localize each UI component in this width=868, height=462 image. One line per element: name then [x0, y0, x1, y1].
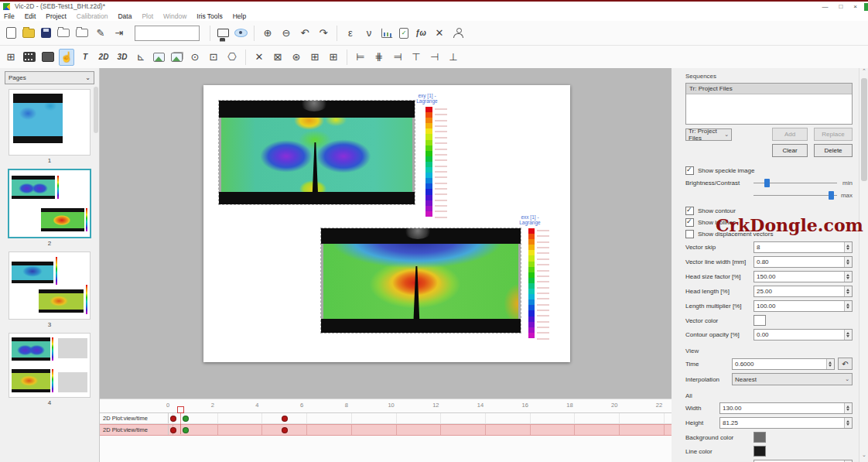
keyframe-dot[interactable]	[170, 416, 176, 422]
2d-plot-icon[interactable]: 2D	[96, 49, 111, 66]
menu-iris-tools[interactable]: Iris Tools	[196, 12, 222, 20]
edit-pen-icon[interactable]: ✎	[93, 25, 108, 42]
text-tool-icon[interactable]: T	[77, 49, 93, 66]
close-button[interactable]: ×	[853, 3, 857, 10]
grid-icon[interactable]: ⊞	[307, 49, 323, 66]
timeline-row-1[interactable]: 2D Plot:view/time	[100, 413, 672, 424]
vector-color-swatch[interactable]	[754, 315, 766, 326]
width-input[interactable]: 130.00	[719, 402, 853, 414]
show-speckle-checkbox[interactable]	[685, 166, 694, 175]
vector-line-width-input[interactable]: 0.80	[754, 256, 853, 268]
user-icon[interactable]	[452, 27, 464, 39]
show-contour-checkbox[interactable]	[685, 207, 694, 215]
timeline-track[interactable]	[169, 413, 672, 423]
background-color-swatch[interactable]	[754, 432, 766, 443]
save-icon[interactable]	[41, 28, 51, 38]
keyframe-dot[interactable]	[183, 416, 189, 422]
spinner-arrows-icon[interactable]	[844, 272, 852, 282]
images-icon[interactable]	[171, 53, 183, 62]
interpolation-dropdown[interactable]: Nearest ⌄	[732, 373, 853, 385]
zoom-out-icon[interactable]: ⊖	[279, 25, 294, 42]
fit-page-icon[interactable]: ⊛	[289, 49, 304, 66]
maximize-button[interactable]: □	[839, 3, 842, 10]
spinner-arrows-icon[interactable]	[844, 286, 852, 296]
length-multiplier-input[interactable]: 100.00	[754, 300, 853, 312]
spinner-arrows-icon[interactable]	[844, 418, 852, 428]
delete-icon[interactable]: ✕	[251, 49, 267, 66]
point-square-icon[interactable]: ⊡	[206, 49, 221, 66]
grid2-icon[interactable]: ⊞	[326, 49, 341, 66]
panel-scrollbar[interactable]: ⌃ ⌄	[859, 68, 868, 462]
chart-icon[interactable]	[381, 28, 393, 38]
pan-hand-icon[interactable]: ☝	[59, 49, 74, 66]
menu-calibration[interactable]: Calibration	[77, 12, 108, 20]
time-reset-button[interactable]: ↶	[838, 358, 853, 370]
contour-plot-exy[interactable]	[218, 100, 415, 205]
fit-width-icon[interactable]: ⊠	[270, 49, 285, 66]
redo-icon[interactable]: ↷	[316, 25, 331, 42]
keyframe-dot[interactable]	[282, 416, 288, 422]
timeline-ruler[interactable]: 0246810121416182022	[100, 399, 672, 413]
keyframe-dot[interactable]	[170, 427, 176, 433]
function-icon[interactable]: ƒω	[413, 25, 429, 42]
3d-plot-icon[interactable]: 3D	[114, 49, 130, 66]
align-middle-icon[interactable]: ⊣	[427, 49, 443, 66]
import-icon[interactable]: ⇥	[111, 25, 127, 42]
zoom-in-icon[interactable]: ⊕	[260, 25, 275, 42]
point-poly-icon[interactable]: ⎔	[224, 49, 240, 66]
page-thumbnail-2[interactable]	[8, 169, 91, 238]
clear-button[interactable]: Clear	[772, 144, 808, 157]
menu-data[interactable]: Data	[118, 12, 132, 20]
folder-icon[interactable]	[57, 29, 70, 37]
vector-skip-input[interactable]: 8	[754, 241, 853, 253]
menu-file[interactable]: File	[4, 12, 15, 20]
page-thumbnail-3[interactable]	[9, 252, 91, 320]
height-input[interactable]: 81.25	[719, 417, 853, 429]
align-center-icon[interactable]: ⋕	[371, 49, 387, 66]
menu-plot[interactable]: Plot	[142, 12, 153, 20]
open-folder-icon[interactable]	[22, 29, 35, 38]
spinner-arrows-icon[interactable]	[844, 257, 852, 267]
axes-icon[interactable]: ⊾	[133, 49, 149, 66]
new-file-icon[interactable]	[6, 27, 16, 39]
add-annotation-icon[interactable]: ⊞	[3, 49, 19, 66]
time-input[interactable]: 0.6000	[732, 358, 835, 370]
show-isolines-checkbox[interactable]	[685, 218, 694, 227]
spinner-arrows-icon[interactable]	[844, 301, 852, 311]
point-circle-icon[interactable]: ⊙	[187, 49, 203, 66]
align-right-icon[interactable]: ⊨	[390, 49, 405, 66]
align-top-icon[interactable]: ⊤	[408, 49, 424, 66]
minimize-button[interactable]: —	[822, 3, 828, 10]
contrast-slider[interactable]	[754, 190, 837, 200]
remove-icon[interactable]: ✕	[432, 25, 447, 42]
spinner-arrows-icon[interactable]	[826, 359, 834, 369]
scroll-down-icon[interactable]: ⌄	[859, 452, 868, 460]
spinner-arrows-icon[interactable]	[844, 242, 852, 252]
scrollbar-thumb[interactable]	[861, 78, 867, 181]
pages-dropdown[interactable]: Pages ⌄	[5, 71, 94, 84]
show-vectors-checkbox[interactable]	[685, 230, 694, 238]
contour-plot-exx[interactable]	[320, 228, 521, 334]
menu-edit[interactable]: Edit	[25, 12, 36, 20]
sequence-selector[interactable]: Tr: Project Files ⌄	[685, 128, 732, 141]
folder2-icon[interactable]	[76, 29, 88, 37]
line-color-swatch[interactable]	[754, 446, 766, 457]
align-bottom-icon[interactable]: ⊥	[446, 49, 461, 66]
report-icon[interactable]	[42, 52, 54, 62]
spinner-arrows-icon[interactable]	[844, 330, 852, 340]
strain-epsilon-icon[interactable]: ε	[343, 25, 358, 42]
spinner-arrows-icon[interactable]	[844, 403, 852, 413]
video-export-icon[interactable]	[23, 52, 36, 62]
page-thumbnail-1[interactable]	[9, 89, 91, 156]
poisson-nu-icon[interactable]: ν	[361, 25, 377, 42]
delete-button[interactable]: Delete	[814, 144, 853, 157]
head-length-input[interactable]: 25.00	[754, 286, 853, 297]
monitor-icon[interactable]	[217, 29, 229, 37]
menu-window[interactable]: Window	[163, 12, 186, 20]
replace-button[interactable]: Replace	[814, 128, 853, 141]
page-thumbnail-4[interactable]	[9, 333, 91, 398]
scroll-up-icon[interactable]: ⌃	[859, 68, 868, 77]
keyframe-dot[interactable]	[183, 427, 189, 433]
calibration-check-icon[interactable]	[399, 28, 408, 39]
contour-opacity-input[interactable]: 0.00	[754, 329, 853, 341]
